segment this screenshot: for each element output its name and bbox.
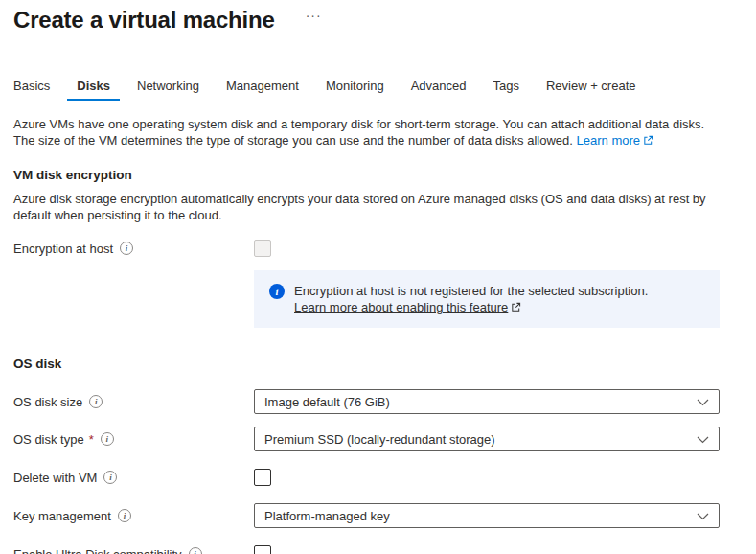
key-management-dropdown[interactable]: Platform-managed key (254, 503, 720, 528)
more-actions-icon[interactable]: ··· (306, 8, 322, 23)
chevron-down-icon (697, 395, 709, 409)
external-link-icon (511, 300, 521, 316)
intro-text: Azure VMs have one operating system disk… (13, 116, 743, 150)
tab-bar: Basics Disks Networking Management Monit… (4, 77, 756, 101)
info-badge-icon: i (269, 284, 285, 299)
info-icon[interactable]: i (189, 547, 202, 554)
ultra-disk-label: Enable Ultra Disk compatibility i (13, 547, 254, 554)
intro-line1: Azure VMs have one operating system disk… (13, 116, 743, 132)
page-header: Create a virtual machine ··· (0, 0, 756, 35)
tab-management[interactable]: Management (217, 77, 309, 101)
info-icon[interactable]: i (103, 471, 117, 484)
intro-line2: The size of the VM determines the type o… (13, 132, 743, 150)
os-disk-size-label: OS disk size i (13, 395, 254, 409)
delete-with-vm-row: Delete with VM i (13, 465, 756, 490)
external-link-icon (643, 133, 653, 150)
os-disk-size-row: OS disk size i Image default (76 GiB) (13, 389, 756, 414)
tab-advanced[interactable]: Advanced (401, 77, 476, 101)
info-icon[interactable]: i (120, 242, 133, 255)
tab-disks[interactable]: Disks (67, 77, 120, 101)
learn-more-link[interactable]: Learn more (577, 133, 653, 148)
os-disk-heading: OS disk (13, 357, 756, 371)
enable-feature-link[interactable]: Learn more about enabling this feature (294, 300, 508, 314)
required-asterisk: * (89, 432, 94, 447)
os-disk-type-dropdown[interactable]: Premium SSD (locally-redundant storage) (254, 427, 720, 451)
info-box-text: Encryption at host is not registered for… (294, 283, 648, 316)
page-title: Create a virtual machine (13, 6, 275, 35)
os-disk-type-row: OS disk type * i Premium SSD (locally-re… (13, 427, 756, 451)
tab-tags[interactable]: Tags (483, 77, 528, 101)
delete-with-vm-checkbox[interactable] (254, 469, 271, 486)
encryption-info-box: i Encryption at host is not registered f… (254, 270, 720, 328)
tab-networking[interactable]: Networking (127, 77, 209, 101)
vm-disk-encryption-heading: VM disk encryption (13, 168, 756, 182)
tab-monitoring[interactable]: Monitoring (316, 77, 394, 101)
info-icon[interactable]: i (89, 395, 103, 408)
encryption-at-host-checkbox[interactable] (254, 240, 271, 257)
os-disk-type-label: OS disk type * i (13, 432, 254, 447)
tab-basics[interactable]: Basics (4, 77, 59, 101)
info-box-message: Encryption at host is not registered for… (294, 283, 648, 299)
ultra-disk-checkbox[interactable] (254, 545, 271, 554)
create-vm-page: Create a virtual machine ··· Basics Disk… (0, 0, 756, 554)
tab-review-create[interactable]: Review + create (537, 77, 646, 101)
chevron-down-icon (697, 509, 709, 523)
chevron-down-icon (697, 432, 709, 447)
key-management-label: Key management i (13, 509, 254, 523)
encryption-at-host-row: Encryption at host i (13, 236, 756, 261)
delete-with-vm-label: Delete with VM i (13, 471, 254, 485)
info-icon[interactable]: i (118, 509, 131, 522)
key-management-row: Key management i Platform-managed key (13, 503, 756, 528)
ultra-disk-row: Enable Ultra Disk compatibility i (13, 542, 756, 554)
info-icon[interactable]: i (101, 432, 114, 446)
os-disk-size-dropdown[interactable]: Image default (76 GiB) (254, 389, 720, 414)
vm-disk-encryption-description: Azure disk storage encryption automatica… (13, 192, 727, 223)
encryption-at-host-label: Encryption at host i (13, 242, 254, 256)
